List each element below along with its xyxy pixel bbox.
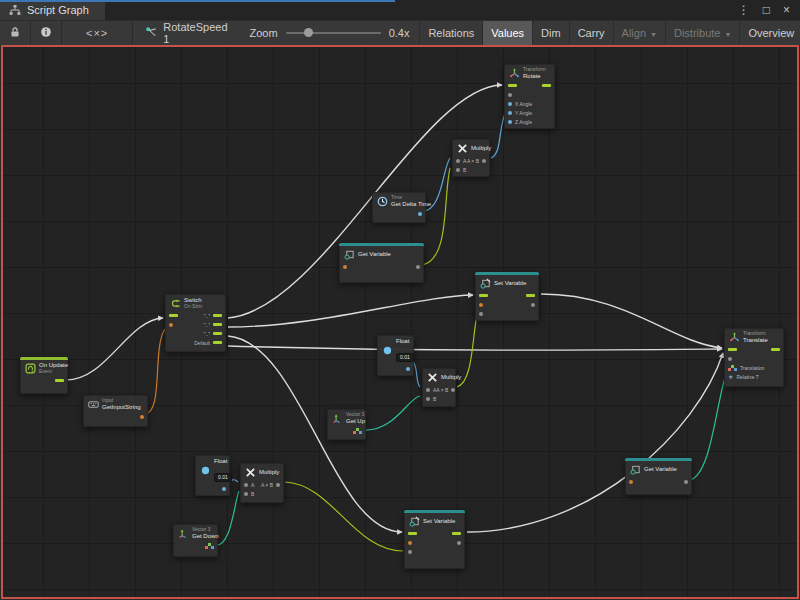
flow-port-left[interactable]	[508, 84, 517, 87]
wire-get-variable-right-to-translate[interactable]	[690, 367, 728, 480]
string-port-left[interactable]	[629, 480, 633, 484]
value-port-left[interactable]	[728, 357, 732, 361]
value-port-right[interactable]	[416, 265, 420, 269]
float-port-left[interactable]	[508, 102, 512, 106]
node-title-group: Set Variable	[494, 280, 526, 287]
wire-set-variable-bottom-to-translate[interactable]	[467, 353, 723, 532]
string-port-left[interactable]	[408, 541, 412, 545]
float-port-right[interactable]	[406, 367, 410, 371]
node-ports	[196, 483, 229, 495]
node-float-mid[interactable]: Float0.01	[377, 335, 414, 376]
tab-script-graph[interactable]: Script Graph	[0, 0, 105, 20]
node-multiply-top[interactable]: MultiplyAA × BB	[452, 139, 490, 177]
value-port-left[interactable]	[426, 388, 430, 392]
wire-multiply-bottom-to-set-variable[interactable]	[285, 482, 403, 551]
flow-port-right[interactable]	[452, 532, 461, 535]
string-port-right[interactable]	[140, 415, 144, 419]
node-get-variable-right[interactable]: Get Variable	[625, 458, 692, 495]
node-get-delta-time[interactable]: TimeGet Delta Time	[372, 192, 426, 223]
dim-button[interactable]: Dim	[532, 21, 569, 45]
float-port-left[interactable]	[508, 111, 512, 115]
node-set-variable-bottom[interactable]: Set Variable	[404, 510, 465, 569]
wire-switch-default-to-translate[interactable]	[228, 346, 722, 350]
wire-get-up-to-multiply-mid-b[interactable]	[364, 396, 420, 430]
info-button[interactable]	[31, 21, 62, 45]
value-field[interactable]: 0.01	[214, 473, 232, 482]
wire-get-variable-to-multiply-b[interactable]	[422, 168, 450, 265]
value-port-right[interactable]	[684, 480, 688, 484]
graph-canvas[interactable]: On UpdateEventInputGetInputStringSwitchO…	[1, 45, 799, 599]
values-button[interactable]: Values	[482, 21, 532, 45]
node-vector3-get-up[interactable]: Vector 3Get Up	[327, 409, 366, 440]
close-icon[interactable]: ×	[783, 4, 790, 16]
flow-port-right[interactable]	[55, 379, 64, 382]
zoom-slider[interactable]	[286, 32, 381, 34]
wire-switch-to-rotate[interactable]	[228, 85, 502, 318]
flow-port-right[interactable]	[213, 341, 222, 344]
wire-set-variable-top-to-translate[interactable]	[541, 294, 722, 348]
carry-button[interactable]: Carry	[569, 21, 613, 45]
value-port-left[interactable]	[426, 397, 430, 401]
port-row	[505, 81, 554, 90]
wire-on-update-to-switch[interactable]	[66, 318, 163, 380]
value-port-right[interactable]	[451, 388, 455, 392]
align-dropdown[interactable]: Align▼	[613, 21, 665, 45]
float-port-right[interactable]	[222, 487, 226, 491]
node-switch-on-string[interactable]: SwitchOn Strin".."".."".."Default	[165, 294, 226, 352]
vector-port-right[interactable]	[208, 543, 211, 546]
port-row	[505, 90, 554, 99]
float-port-right[interactable]	[418, 212, 422, 216]
wire-switch-to-set-variable-top[interactable]	[228, 295, 473, 327]
string-port-left[interactable]	[169, 323, 173, 327]
node-get-input-string[interactable]: InputGetInputString	[83, 395, 148, 427]
string-port-left[interactable]	[479, 303, 483, 307]
node-on-update[interactable]: On UpdateEvent	[20, 357, 68, 394]
flow-port-right[interactable]	[213, 323, 222, 326]
multiply-icon	[244, 466, 256, 478]
value-port-left[interactable]	[408, 550, 412, 554]
port-label: B	[251, 491, 254, 497]
value-port-right[interactable]	[276, 483, 280, 487]
value-port-right[interactable]	[531, 303, 535, 307]
kebab-menu-icon[interactable]: ⋮	[738, 4, 750, 16]
flow-port-right[interactable]	[213, 314, 222, 317]
node-set-variable-top[interactable]: Set Variable	[475, 272, 539, 321]
value-port-left[interactable]	[479, 312, 483, 316]
flow-port-right[interactable]	[526, 294, 535, 297]
flow-port-right[interactable]	[213, 332, 222, 335]
value-field[interactable]: 0.01	[396, 353, 414, 362]
flow-port-left[interactable]	[728, 348, 737, 351]
vector-port-left[interactable]	[731, 365, 734, 368]
node-header: Float0.01	[378, 336, 413, 363]
value-port-left[interactable]	[244, 492, 248, 496]
vector-port-right[interactable]	[356, 428, 359, 431]
float-port-left[interactable]	[508, 120, 512, 124]
node-multiply-bottom[interactable]: MultiplyAA × BB	[240, 463, 284, 503]
node-rotate[interactable]: TransformRotateX AngleY AngleZ Angle	[504, 64, 555, 129]
value-port-left[interactable]	[508, 93, 512, 97]
value-port-right[interactable]	[482, 159, 486, 163]
node-vector3-get-down[interactable]: Vector 3Get Down	[173, 524, 218, 557]
lock-button[interactable]	[0, 21, 31, 45]
flow-port-right[interactable]	[771, 348, 780, 351]
distribute-dropdown[interactable]: Distribute▼	[665, 21, 739, 45]
maximize-icon[interactable]: □	[763, 4, 770, 16]
flow-port-left[interactable]	[408, 532, 417, 535]
node-get-variable-top[interactable]: Get Variable	[339, 243, 424, 283]
node-translate[interactable]: TransformTranslateTranslation★Relative T	[724, 328, 784, 387]
string-port-left[interactable]	[343, 265, 347, 269]
flow-port-right[interactable]	[542, 84, 551, 87]
value-port-left[interactable]	[456, 159, 460, 163]
zoom-slider-handle[interactable]	[304, 28, 313, 37]
flow-port-left[interactable]	[479, 294, 488, 297]
node-multiply-mid[interactable]: MultiplyAA × BB	[422, 368, 456, 407]
overview-button[interactable]: Overview	[739, 21, 800, 45]
relations-button[interactable]: Relations	[419, 21, 482, 45]
flow-port-left[interactable]	[169, 314, 178, 317]
node-float-bottom[interactable]: Float0.01	[195, 455, 230, 496]
value-port-left[interactable]	[456, 168, 460, 172]
graph-breadcrumb[interactable]: RotateSpeed 1	[133, 21, 239, 45]
code-view-button[interactable]: <×>	[62, 21, 133, 45]
value-port-right[interactable]	[457, 541, 461, 545]
value-port-left[interactable]	[244, 483, 248, 487]
